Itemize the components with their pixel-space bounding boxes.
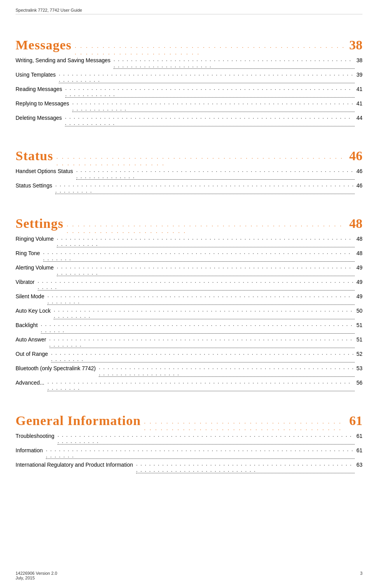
toc-entry-settings-9: Bluetooth (only Spectralink 7742)53	[16, 365, 362, 378]
toc-entry-settings-2: Alerting Volume49	[16, 264, 362, 277]
toc-entry-label: Backlight	[16, 322, 38, 328]
section-page-status: 46	[349, 149, 362, 163]
toc-entry-dots	[47, 292, 355, 305]
section-heading-status: Status46	[16, 137, 362, 168]
toc-entry-label: Bluetooth (only Spectralink 7742)	[16, 365, 96, 371]
toc-entry-dots	[43, 249, 355, 262]
doc-header: Spectralink 7722, 7742 User Guide	[16, 8, 362, 14]
toc-entry-label: Reading Messages	[16, 86, 62, 92]
toc-entry-page: 38	[356, 57, 362, 63]
toc-entry-page: 52	[356, 351, 362, 357]
toc-entry-general-information-1: Information61	[16, 447, 362, 460]
footer-doc-number: 14226906 Version 2.0	[16, 571, 57, 576]
toc-entry-page: 46	[356, 182, 362, 189]
toc-entry-label: Silent Mode	[16, 293, 44, 299]
toc-entry-dots	[57, 234, 355, 247]
section-title-general-information: General Information	[16, 413, 141, 428]
toc-entry-page: 49	[356, 279, 362, 285]
toc-entry-label: Deleting Messages	[16, 115, 62, 121]
toc-entry-dots	[136, 460, 355, 473]
toc-entry-page: 41	[356, 100, 362, 107]
toc-entry-label: Ringing Volume	[16, 236, 54, 242]
section-title-status: Status	[16, 149, 53, 163]
toc-entry-page: 46	[356, 168, 362, 174]
toc-entry-dots	[49, 335, 355, 348]
toc-entry-label: Replying to Messages	[16, 100, 69, 107]
toc-entry-page: 39	[356, 72, 362, 78]
section-general-information: General Information61Troubleshooting61In…	[16, 402, 362, 474]
toc-entry-dots	[114, 56, 355, 69]
toc-entry-page: 61	[356, 447, 362, 453]
toc-entry-dots	[72, 99, 355, 112]
toc-entry-settings-7: Auto Answer51	[16, 336, 362, 349]
toc-entry-label: Status Settings	[16, 182, 52, 189]
section-heading-messages: Messages38	[16, 26, 362, 57]
toc-entry-settings-4: Silent Mode49	[16, 293, 362, 306]
toc-entry-dots	[47, 378, 355, 391]
toc-entry-page: 63	[356, 462, 362, 468]
section-page-general-information: 61	[349, 413, 362, 428]
toc-entry-dots	[76, 167, 355, 180]
toc-entry-messages-0: Writing, Sending and Saving Messages38	[16, 57, 362, 70]
toc-entry-label: Information	[16, 447, 43, 453]
section-messages: Messages38Writing, Sending and Saving Me…	[16, 26, 362, 128]
toc-entry-settings-8: Out of Range52	[16, 351, 362, 364]
section-dots-status	[56, 153, 346, 166]
toc-entry-dots	[65, 114, 355, 126]
toc-entry-dots	[54, 306, 355, 319]
section-title-settings: Settings	[16, 216, 63, 231]
toc-entry-label: Using Templates	[16, 72, 56, 78]
toc-entry-messages-3: Replying to Messages41	[16, 100, 362, 113]
toc-entry-page: 61	[356, 433, 362, 439]
toc-entry-label: Vibrator	[16, 279, 35, 285]
toc-entry-page: 51	[356, 322, 362, 328]
toc-entry-label: Handset Options Status	[16, 168, 73, 174]
toc-entry-page: 49	[356, 264, 362, 271]
section-dots-settings	[66, 221, 346, 234]
toc-entry-page: 53	[356, 365, 362, 371]
toc-entry-status-1: Status Settings46	[16, 182, 362, 195]
section-status: Status46Handset Options Status46Status S…	[16, 137, 362, 195]
section-dots-general-information	[144, 418, 346, 431]
toc-entry-general-information-0: Troubleshooting61	[16, 433, 362, 446]
toc-entry-dots	[59, 70, 355, 83]
toc-entry-label: Writing, Sending and Saving Messages	[16, 57, 110, 63]
section-page-messages: 38	[349, 38, 362, 52]
toc-entry-page: 48	[356, 236, 362, 242]
toc-entry-page: 50	[356, 308, 362, 314]
toc-entry-page: 49	[356, 293, 362, 299]
toc-entry-settings-6: Backlight51	[16, 322, 362, 335]
toc-entry-page: 56	[356, 380, 362, 386]
toc-entry-settings-3: Vibrator49	[16, 279, 362, 292]
section-heading-general-information: General Information61	[16, 402, 362, 433]
toc-entry-dots	[99, 364, 355, 377]
toc-entry-page: 41	[356, 86, 362, 92]
header-title: Spectralink 7722, 7742 User Guide	[16, 8, 82, 12]
toc-entry-page: 44	[356, 115, 362, 121]
toc-entry-label: Alerting Volume	[16, 264, 54, 271]
toc-entry-dots	[57, 263, 355, 276]
footer-date: July, 2015	[16, 576, 57, 580]
toc-entry-messages-1: Using Templates39	[16, 72, 362, 84]
toc-entry-dots	[51, 350, 355, 362]
toc-entry-settings-1: Ring Tone48	[16, 250, 362, 263]
toc-entry-label: Auto Answer	[16, 336, 46, 343]
toc-entry-dots	[46, 446, 355, 459]
toc-entry-dots	[55, 181, 355, 194]
toc-entry-label: Out of Range	[16, 351, 48, 357]
toc-entry-page: 48	[356, 250, 362, 256]
toc-entry-settings-0: Ringing Volume48	[16, 236, 362, 248]
section-heading-settings: Settings48	[16, 205, 362, 236]
toc-entry-label: Auto Key Lock	[16, 308, 51, 314]
toc-entry-label: Ring Tone	[16, 250, 40, 256]
toc-entry-messages-2: Reading Messages41	[16, 86, 362, 99]
footer-page-number: 3	[360, 571, 362, 580]
section-page-settings: 48	[349, 216, 362, 231]
toc-entry-label: Advanced...	[16, 380, 44, 386]
toc-entry-dots	[58, 432, 355, 444]
section-title-messages: Messages	[16, 38, 72, 52]
doc-footer: 14226906 Version 2.0 July, 2015 3	[16, 571, 362, 580]
section-settings: Settings48Ringing Volume48Ring Tone48Ale…	[16, 205, 362, 392]
toc-entry-label: Troubleshooting	[16, 433, 54, 439]
section-dots-messages	[75, 42, 346, 56]
